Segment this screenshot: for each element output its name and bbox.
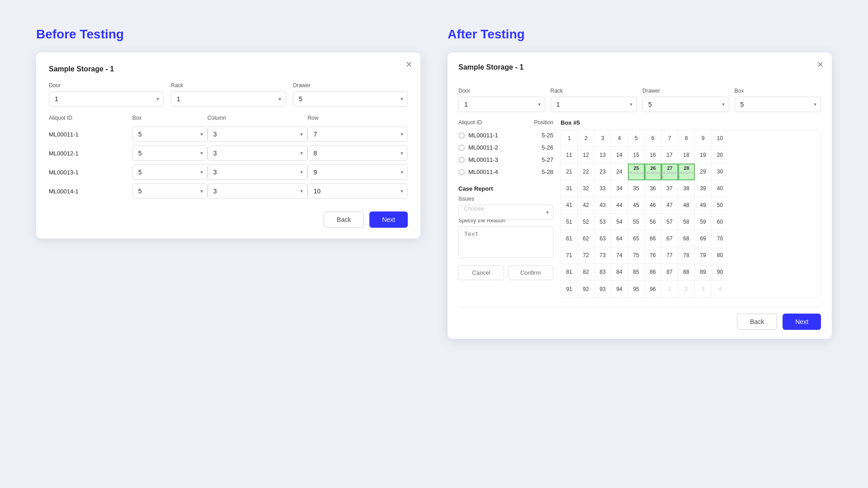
before-rack-select-wrapper[interactable]: 1 (171, 91, 286, 107)
issues-select[interactable] (458, 205, 553, 220)
grid-cell[interactable]: 35 (628, 180, 645, 197)
grid-cell[interactable]: 2 (578, 130, 594, 147)
after-drawer-select[interactable]: 5 (642, 97, 729, 112)
grid-cell[interactable]: 27ML00011-3 (661, 164, 678, 180)
column-select[interactable]: 3 (208, 127, 308, 142)
grid-cell[interactable]: 65 (628, 230, 645, 247)
column-cell[interactable]: 3 (208, 144, 308, 163)
grid-cell[interactable]: 39 (695, 180, 712, 197)
grid-cell[interactable]: 87 (661, 264, 678, 281)
after-close-button[interactable]: ✕ (817, 61, 824, 69)
after-rack-select[interactable]: 1 (551, 97, 637, 112)
grid-cell[interactable]: 36 (645, 180, 661, 197)
row-select[interactable]: 7 (307, 127, 408, 142)
grid-cell[interactable]: 71 (561, 247, 578, 264)
grid-cell[interactable]: 85 (628, 264, 645, 281)
grid-cell[interactable]: 84 (611, 264, 628, 281)
grid-cell[interactable]: 41 (561, 197, 578, 214)
row-cell[interactable]: 10 (307, 182, 408, 201)
box-cell[interactable]: 5 (132, 182, 208, 201)
grid-cell[interactable]: 3 (695, 281, 712, 297)
grid-cell[interactable]: 46 (645, 197, 661, 214)
box-select[interactable]: 5 (132, 183, 208, 199)
box-select[interactable]: 5 (132, 127, 208, 142)
grid-cell[interactable]: 16 (645, 147, 661, 164)
box-cell[interactable]: 5 (132, 144, 208, 163)
after-door-select[interactable]: 1 (458, 97, 545, 112)
grid-cell[interactable]: 81 (561, 264, 578, 281)
grid-cell[interactable]: 8 (678, 130, 695, 147)
grid-cell[interactable]: 34 (611, 180, 628, 197)
grid-cell[interactable]: 88 (678, 264, 695, 281)
grid-cell[interactable]: 32 (578, 180, 594, 197)
grid-cell[interactable]: 79 (695, 247, 712, 264)
grid-cell[interactable]: 62 (578, 230, 594, 247)
box-select[interactable]: 5 (132, 164, 208, 180)
grid-cell[interactable]: 49 (695, 197, 712, 214)
column-cell[interactable]: 3 (208, 182, 308, 201)
grid-cell[interactable]: 1 (661, 281, 678, 297)
before-back-button[interactable]: Back (324, 211, 364, 228)
grid-cell[interactable]: 51 (561, 214, 578, 230)
aliquot-radio[interactable] (458, 157, 465, 163)
grid-cell[interactable]: 18 (678, 147, 695, 164)
grid-cell[interactable]: 31 (561, 180, 578, 197)
aliquot-radio[interactable] (458, 169, 465, 175)
grid-cell[interactable]: 76 (645, 247, 661, 264)
confirm-button[interactable]: Confirm (508, 265, 553, 280)
grid-cell[interactable]: 55 (628, 214, 645, 230)
grid-cell[interactable]: 58 (678, 214, 695, 230)
grid-cell[interactable]: 44 (611, 197, 628, 214)
box-select[interactable]: 5 (132, 145, 208, 161)
row-select[interactable]: 8 (307, 145, 408, 161)
cancel-button[interactable]: Cancel (458, 265, 504, 280)
grid-cell[interactable]: 26ML00011-2 (645, 164, 661, 180)
grid-cell[interactable]: 30 (712, 164, 728, 180)
after-rack-select-wrapper[interactable]: 1 (551, 97, 637, 112)
grid-cell[interactable]: 24 (611, 164, 628, 180)
grid-cell[interactable]: 74 (611, 247, 628, 264)
grid-cell[interactable]: 47 (661, 197, 678, 214)
grid-cell[interactable]: 17 (661, 147, 678, 164)
column-select[interactable]: 3 (208, 183, 308, 199)
grid-cell[interactable]: 83 (594, 264, 611, 281)
box-cell[interactable]: 5 (132, 163, 208, 182)
before-door-select-wrapper[interactable]: 1 (49, 91, 164, 107)
grid-cell[interactable]: 19 (695, 147, 712, 164)
grid-cell[interactable]: 90 (712, 264, 728, 281)
grid-cell[interactable]: 3 (594, 130, 611, 147)
row-cell[interactable]: 7 (307, 125, 408, 144)
grid-cell[interactable]: 48 (678, 197, 695, 214)
grid-cell[interactable]: 13 (594, 147, 611, 164)
grid-cell[interactable]: 89 (695, 264, 712, 281)
before-next-button[interactable]: Next (369, 211, 408, 228)
grid-cell[interactable]: 50 (712, 197, 728, 214)
grid-cell[interactable]: 9 (695, 130, 712, 147)
grid-cell[interactable]: 4 (712, 281, 728, 297)
grid-cell[interactable]: 61 (561, 230, 578, 247)
grid-cell[interactable]: 72 (578, 247, 594, 264)
grid-cell[interactable]: 86 (645, 264, 661, 281)
grid-cell[interactable]: 25ML00011-1 (628, 164, 645, 180)
after-back-button[interactable]: Back (737, 314, 777, 330)
grid-cell[interactable]: 64 (611, 230, 628, 247)
grid-cell[interactable]: 6 (645, 130, 661, 147)
grid-cell[interactable]: 67 (661, 230, 678, 247)
grid-cell[interactable]: 4 (611, 130, 628, 147)
aliquot-radio[interactable] (458, 145, 465, 151)
grid-cell[interactable]: 22 (578, 164, 594, 180)
grid-cell[interactable]: 45 (628, 197, 645, 214)
grid-cell[interactable]: 43 (594, 197, 611, 214)
grid-cell[interactable]: 59 (695, 214, 712, 230)
before-close-button[interactable]: ✕ (406, 61, 412, 69)
grid-cell[interactable]: 66 (645, 230, 661, 247)
grid-cell[interactable]: 96 (645, 281, 661, 297)
grid-cell[interactable]: 10 (712, 130, 728, 147)
grid-cell[interactable]: 53 (594, 214, 611, 230)
column-cell[interactable]: 3 (208, 163, 308, 182)
grid-cell[interactable]: 15 (628, 147, 645, 164)
grid-cell[interactable]: 82 (578, 264, 594, 281)
grid-cell[interactable]: 77 (661, 247, 678, 264)
grid-cell[interactable]: 1 (561, 130, 578, 147)
after-door-select-wrapper[interactable]: 1 (458, 97, 545, 112)
